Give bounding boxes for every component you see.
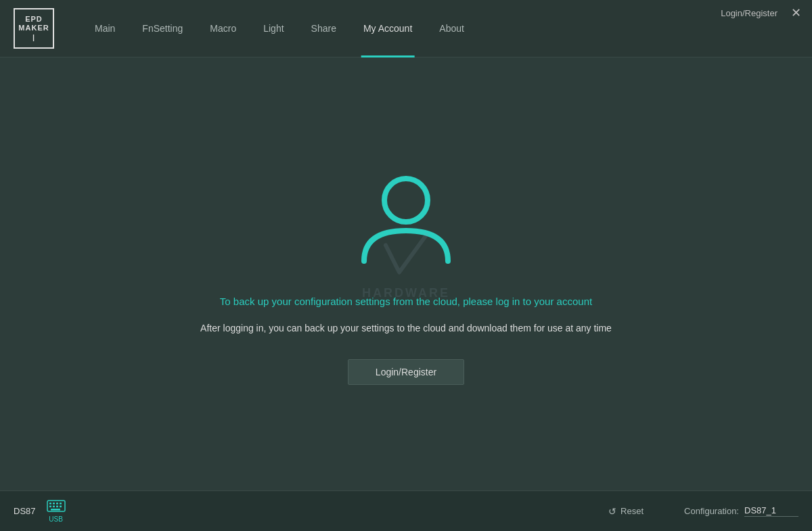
svg-rect-10 bbox=[51, 509, 60, 511]
svg-rect-8 bbox=[56, 506, 58, 508]
reset-icon: ↺ bbox=[608, 506, 616, 517]
svg-rect-9 bbox=[60, 506, 62, 508]
app-logo: EPDMAKER| bbox=[14, 8, 54, 49]
header: EPDMAKER| Main FnSetting Macro Light Sha… bbox=[0, 0, 812, 57]
nav-item-share[interactable]: Share bbox=[298, 0, 350, 57]
nav-item-about[interactable]: About bbox=[426, 0, 478, 57]
svg-rect-4 bbox=[56, 503, 58, 505]
main-nav: Main FnSetting Macro Light Share My Acco… bbox=[81, 0, 798, 57]
footer-config-label: Configuration: bbox=[684, 506, 739, 516]
info-text-secondary: After logging in, you can back up your s… bbox=[200, 321, 612, 336]
footer: DS87 USB ↺ Reset Configuration: DS87_1 bbox=[0, 490, 812, 531]
user-avatar-icon bbox=[352, 163, 460, 274]
footer-reset-button[interactable]: ↺ Reset bbox=[608, 506, 644, 517]
footer-config-value: DS87_1 bbox=[744, 505, 798, 517]
nav-item-macro[interactable]: Macro bbox=[196, 0, 250, 57]
svg-point-0 bbox=[384, 179, 428, 222]
main-content: To back up your configuration settings f… bbox=[0, 57, 812, 490]
nav-item-fnsetting[interactable]: FnSetting bbox=[129, 0, 196, 57]
footer-usb-label: USB bbox=[49, 515, 63, 523]
titlebar-login-link[interactable]: Login/Register bbox=[721, 8, 777, 18]
info-text-primary: To back up your configuration settings f… bbox=[220, 294, 592, 310]
nav-item-main[interactable]: Main bbox=[81, 0, 129, 57]
nav-item-light[interactable]: Light bbox=[250, 0, 297, 57]
logo-text: EPDMAKER| bbox=[18, 15, 49, 42]
login-register-button[interactable]: Login/Register bbox=[348, 359, 464, 385]
close-button[interactable]: ✕ bbox=[791, 5, 801, 20]
svg-rect-6 bbox=[49, 506, 51, 508]
footer-device-name: DS87 bbox=[14, 506, 36, 516]
keyboard-usb-icon: USB bbox=[47, 499, 66, 523]
footer-config: Configuration: DS87_1 bbox=[684, 505, 798, 517]
svg-rect-7 bbox=[53, 506, 55, 508]
nav-item-myaccount[interactable]: My Account bbox=[350, 0, 426, 57]
title-bar: Login/Register ✕ bbox=[710, 0, 812, 26]
svg-rect-5 bbox=[60, 503, 62, 505]
footer-reset-label: Reset bbox=[621, 506, 644, 516]
svg-rect-3 bbox=[53, 503, 55, 505]
svg-rect-2 bbox=[49, 503, 51, 505]
